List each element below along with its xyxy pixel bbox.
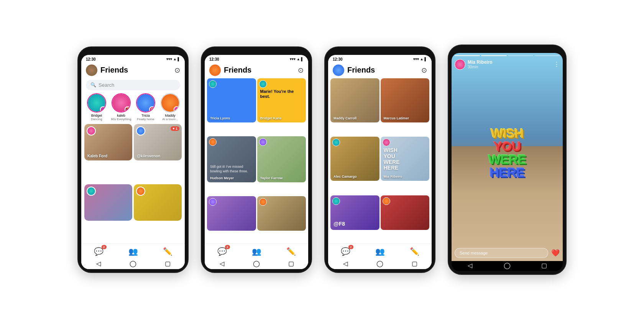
story-progress — [452, 53, 563, 56]
story-card-kaleb[interactable]: Kaleb Ford — [84, 124, 132, 160]
card-avatar-kiles — [136, 126, 145, 136]
phone-3-screen: 12:30 ▾▾▾ ▲ ▌ Friends ⊙ Maddy Carroll Ma… — [328, 55, 432, 269]
send-message-box[interactable]: Send message — [455, 248, 548, 258]
android-recents-3[interactable]: ▢ — [411, 261, 417, 267]
story-name-kaleb: kaleb — [117, 114, 125, 117]
status-bar-2: 12:30 ▾▾▾ ▲ ▌ — [205, 55, 308, 62]
stories-grid-3: Maddy Carroll Marcus Latimer Alec Camarg… — [328, 78, 432, 243]
card-label-hudson: Hudson Meyer — [210, 176, 234, 180]
battery-icon-3: ▌ — [425, 57, 427, 61]
android-home-4[interactable]: ◯ — [504, 263, 510, 269]
android-home[interactable]: ◯ — [130, 261, 136, 267]
search-placeholder: Search — [99, 82, 114, 88]
heart-icon[interactable]: ❤️ — [551, 249, 560, 257]
android-home-3[interactable]: ◯ — [377, 261, 383, 267]
discover-nav[interactable]: ✏️ — [163, 247, 172, 256]
messages-badge: 2 — [102, 245, 106, 249]
card-avatar-tricia-lyons — [209, 80, 217, 88]
grid-card-lantern[interactable] — [381, 195, 430, 230]
story-tricia[interactable]: 🏠 Tricia Finally home — [135, 93, 156, 121]
phone-1: 12:30 ▾▾▾ ▲ ▌ Friends ⊙ 🔍 Search — [77, 46, 189, 273]
card-text-f8: @F8 — [334, 221, 345, 227]
stories-row: 💜 Bridget Dancing 😎 kaleb 80s Everything — [81, 93, 185, 124]
story-user-avatar — [455, 59, 465, 70]
discover-nav-3[interactable]: ✏️ — [410, 247, 419, 256]
android-home-2[interactable]: ◯ — [253, 261, 260, 267]
app-title-2: Friends — [224, 66, 298, 74]
search-bar[interactable]: 🔍 Search — [86, 80, 180, 90]
grid-card-bridget[interactable]: Marie! You're the best. Bridget Kane — [257, 78, 306, 122]
card-label-taylor: Taylor Farrow — [260, 176, 283, 180]
story-user-info: Mia Ribeiro 30min — [468, 60, 493, 69]
story-avatar-kaleb: 😎 — [112, 93, 131, 112]
grid-card-mia[interactable]: WISHYOUWEREHERE Mia Ribeiro — [381, 137, 430, 181]
stories-grid: Kaleb Ford ♥ 1 @kilesvenon — [81, 124, 185, 243]
status-icons: ▾▾▾ ▲ ▌ — [166, 57, 180, 61]
story-badge-bridget: 💜 — [100, 106, 106, 112]
wifi-icon-2: ▲ — [297, 57, 300, 61]
card-label-tricia: Tricia Lyons — [210, 116, 230, 120]
story-sub-tricia: Finally home — [137, 117, 154, 121]
wifi-icon: ▲ — [173, 57, 177, 61]
android-recents-4[interactable]: ▢ — [541, 263, 547, 269]
status-bar: 12:30 ▾▾▾ ▲ ▌ — [81, 55, 185, 62]
bottom-nav-3: 💬 2 👥 ✏️ — [328, 243, 432, 259]
story-kaleb[interactable]: 😎 kaleb 80s Everything — [110, 93, 132, 121]
story-maddy[interactable]: 10 Maddy At a tourn... — [159, 93, 181, 121]
user-avatar-3 — [333, 64, 344, 76]
grid-card-marcus[interactable]: Marcus Latimer — [381, 78, 430, 122]
card-avatar-3 — [87, 187, 96, 196]
user-avatar-2 — [209, 64, 221, 76]
messages-nav[interactable]: 💬 2 — [94, 247, 104, 256]
card-avatar-bridget-kane — [259, 80, 267, 88]
card-label-kiles: @kilesvenon — [137, 154, 160, 158]
card-text-hudson: Still got it! I've missed bowling with t… — [210, 165, 253, 174]
story-name-tricia: Tricia — [141, 114, 150, 117]
story-card-3[interactable] — [84, 184, 132, 221]
signal-icon: ▾▾▾ — [166, 57, 172, 61]
grid-card-at-f8[interactable]: @F8 — [330, 195, 380, 230]
grid-card-alec[interactable]: Alec Camargo — [330, 137, 380, 181]
card-label-kaleb: Kaleb Ford — [87, 154, 107, 158]
messages-nav-3[interactable]: 💬 2 — [341, 247, 350, 256]
messages-nav-2[interactable]: 💬 2 — [217, 247, 227, 256]
story-overlay: Mia Ribeiro 30min ⋮ Send message ❤️ — [452, 53, 563, 261]
android-recents[interactable]: ▢ — [164, 261, 171, 267]
discover-nav-2[interactable]: ✏️ — [286, 247, 296, 256]
card-label-maddy: Maddy Carroll — [334, 116, 356, 120]
grid-card-6[interactable] — [257, 196, 306, 231]
friends-nav-2[interactable]: 👥 — [252, 247, 261, 256]
android-recents-2[interactable]: ▢ — [288, 261, 294, 267]
story-card-kiles[interactable]: ♥ 1 @kilesvenon — [134, 124, 182, 160]
android-back-4[interactable]: ◁ — [467, 263, 473, 269]
friends-nav[interactable]: 👥 — [128, 247, 138, 256]
android-back-3[interactable]: ◁ — [342, 261, 348, 267]
story-card-4[interactable] — [134, 184, 182, 221]
story-more-icon[interactable]: ⋮ — [554, 61, 560, 68]
grid-card-maddy[interactable]: Maddy Carroll — [330, 78, 380, 122]
grid-card-taylor[interactable]: Taylor Farrow — [257, 136, 306, 182]
story-badge-maddy: 10 — [174, 106, 180, 112]
story-bridget[interactable]: 💜 Bridget Dancing — [86, 93, 107, 121]
grid-card-tricia[interactable]: Tricia Lyons — [207, 78, 256, 122]
grid-card-5[interactable] — [207, 196, 256, 231]
status-bar-3: 12:30 ▾▾▾ ▲ ▌ — [328, 55, 432, 62]
user-avatar — [86, 64, 97, 76]
story-sub-maddy: At a tourn... — [162, 117, 178, 121]
android-nav-2: ◁ ◯ ▢ — [205, 259, 308, 269]
app-title-3: Friends — [347, 66, 421, 74]
story-avatar-maddy: 10 — [161, 93, 180, 112]
camera-icon[interactable]: ⊙ — [174, 66, 180, 74]
card-avatar-6 — [259, 198, 267, 206]
camera-icon-3[interactable]: ⊙ — [421, 66, 427, 74]
camera-icon-2[interactable]: ⊙ — [298, 66, 304, 74]
grid-card-hudson[interactable]: Still got it! I've missed bowling with t… — [207, 136, 256, 182]
card-avatar-lantern — [383, 197, 390, 205]
card-avatar-kaleb — [87, 126, 96, 136]
story-name-maddy: Maddy — [165, 114, 175, 117]
friends-nav-3[interactable]: 👥 — [375, 247, 385, 256]
android-back-2[interactable]: ◁ — [219, 261, 225, 267]
battery-icon: ▌ — [178, 57, 180, 61]
android-back[interactable]: ◁ — [95, 261, 102, 267]
story-time: 30min — [468, 65, 493, 69]
